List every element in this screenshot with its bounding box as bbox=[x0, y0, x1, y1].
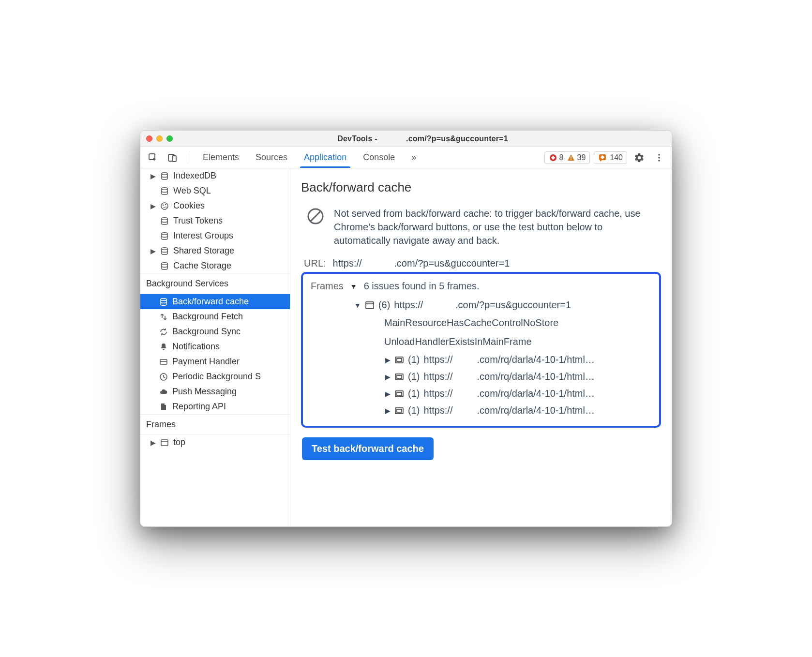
svg-rect-38 bbox=[397, 392, 402, 395]
chevron-right-icon: ▶ bbox=[385, 390, 391, 398]
database-icon bbox=[160, 231, 169, 241]
frame-count: (6) bbox=[378, 299, 390, 311]
database-icon bbox=[160, 261, 169, 271]
chevron-right-icon: ▶ bbox=[150, 202, 156, 210]
sidebar-item-shared-storage[interactable]: ▶ Shared Storage bbox=[140, 243, 290, 258]
gear-icon[interactable] bbox=[631, 150, 647, 165]
inspect-icon[interactable] bbox=[145, 151, 161, 164]
svg-line-30 bbox=[311, 211, 320, 221]
sidebar-item-label: Trust Tokens bbox=[173, 216, 223, 226]
tabs-overflow[interactable]: » bbox=[405, 148, 423, 167]
issues-pill[interactable]: 140 bbox=[594, 151, 627, 164]
device-toggle-icon[interactable] bbox=[165, 151, 180, 164]
close-button[interactable] bbox=[146, 135, 152, 142]
frames-summary: 6 issues found in 5 frames. bbox=[364, 281, 480, 292]
iframe-icon bbox=[394, 389, 404, 399]
sidebar-item-trust-tokens[interactable]: Trust Tokens bbox=[140, 213, 290, 228]
errors-warnings-pill[interactable]: 8 39 bbox=[544, 151, 590, 164]
url-value: https:// .com/?p=us&guccounter=1 bbox=[333, 258, 510, 269]
sidebar-item-notifications[interactable]: Notifications bbox=[140, 339, 290, 354]
sidebar-item-reporting-api[interactable]: Reporting API bbox=[140, 399, 290, 414]
sidebar-item-label: Reporting API bbox=[172, 402, 226, 412]
frame-count: (1) bbox=[408, 405, 420, 416]
frames-label: Frames bbox=[311, 281, 344, 292]
panel-tabs: Elements Sources Application Console » bbox=[196, 148, 423, 167]
svg-rect-40 bbox=[397, 409, 402, 412]
iframe-icon bbox=[394, 355, 404, 365]
frame-count: (1) bbox=[408, 354, 420, 365]
frame-node-sub[interactable]: ▶ (1) https:// .com/rq/darla/4-10-1/html… bbox=[354, 368, 651, 385]
frames-highlight-box: Frames ▼ 6 issues found in 5 frames. ▼ (… bbox=[301, 272, 661, 428]
sidebar-item-background-fetch[interactable]: Background Fetch bbox=[140, 309, 290, 324]
sidebar-item-payment-handler[interactable]: Payment Handler bbox=[140, 354, 290, 369]
svg-point-23 bbox=[161, 298, 166, 300]
sidebar-item-websql[interactable]: Web SQL bbox=[140, 183, 290, 198]
frame-url: https:// .com/rq/darla/4-10-1/html… bbox=[423, 354, 594, 365]
sidebar-item-periodic-bg-sync[interactable]: Periodic Background S bbox=[140, 369, 290, 384]
sidebar-item-label: Interest Groups bbox=[173, 231, 233, 241]
sidebar-item-label: Web SQL bbox=[173, 186, 211, 196]
sidebar-item-label: IndexedDB bbox=[173, 171, 216, 181]
svg-rect-27 bbox=[161, 440, 168, 446]
maximize-button[interactable] bbox=[166, 135, 173, 142]
frame-count: (1) bbox=[408, 371, 420, 382]
svg-point-19 bbox=[162, 217, 167, 220]
frame-icon bbox=[160, 438, 169, 448]
bfcache-reason: UnloadHandlerExistsInMainFrame bbox=[354, 332, 651, 351]
chevron-right-icon: ▶ bbox=[385, 407, 391, 415]
sidebar-item-cookies[interactable]: ▶ Cookies bbox=[140, 198, 290, 213]
database-icon bbox=[160, 186, 169, 196]
chevron-down-icon: ▼ bbox=[354, 301, 361, 309]
frame-count: (1) bbox=[408, 388, 420, 399]
toolbar-separator bbox=[188, 152, 188, 163]
svg-point-18 bbox=[165, 206, 166, 207]
tab-console[interactable]: Console bbox=[356, 148, 402, 167]
window-title: DevTools - xxxxxx.com/?p=us&guccounter=1 bbox=[180, 134, 666, 143]
svg-point-21 bbox=[162, 247, 167, 250]
frame-url: https:// .com/rq/darla/4-10-1/html… bbox=[423, 405, 594, 416]
devtools-window: DevTools - xxxxxx.com/?p=us&guccounter=1… bbox=[140, 130, 672, 527]
sidebar-item-back-forward-cache[interactable]: Back/forward cache bbox=[140, 294, 290, 309]
sidebar-section-frames: Frames bbox=[140, 414, 290, 435]
tab-sources[interactable]: Sources bbox=[249, 148, 294, 167]
fetch-icon bbox=[159, 312, 168, 322]
sidebar-item-frame-top[interactable]: ▶ top bbox=[140, 435, 290, 450]
frame-node-sub[interactable]: ▶ (1) https:// .com/rq/darla/4-10-1/html… bbox=[354, 385, 651, 402]
svg-rect-24 bbox=[160, 359, 167, 364]
svg-rect-36 bbox=[397, 375, 402, 378]
issues-icon bbox=[598, 153, 607, 162]
svg-point-17 bbox=[164, 207, 165, 208]
test-bfcache-button[interactable]: Test back/forward cache bbox=[302, 437, 434, 460]
svg-rect-5 bbox=[571, 156, 571, 159]
info-banner: Not served from back/forward cache: to t… bbox=[301, 207, 661, 247]
database-icon bbox=[160, 171, 169, 181]
svg-point-16 bbox=[165, 204, 166, 205]
frame-url: https:// .com/rq/darla/4-10-1/html… bbox=[423, 388, 594, 399]
page-title: Back/forward cache bbox=[301, 180, 661, 195]
sidebar-item-interest-groups[interactable]: Interest Groups bbox=[140, 228, 290, 243]
card-icon bbox=[159, 357, 168, 367]
traffic-lights bbox=[146, 135, 173, 142]
iframe-icon bbox=[394, 406, 404, 416]
frame-node-main[interactable]: ▼ (6) https:// .com/?p=us&guccounter=1 bbox=[354, 297, 651, 314]
sidebar-item-label: Back/forward cache bbox=[172, 297, 249, 307]
kebab-menu-icon[interactable] bbox=[651, 151, 667, 164]
frame-tree: ▼ (6) https:// .com/?p=us&guccounter=1 M… bbox=[311, 297, 651, 419]
sidebar-item-background-sync[interactable]: Background Sync bbox=[140, 324, 290, 339]
frames-header[interactable]: Frames ▼ 6 issues found in 5 frames. bbox=[311, 281, 651, 292]
database-icon bbox=[159, 297, 168, 307]
document-icon bbox=[159, 402, 168, 412]
minimize-button[interactable] bbox=[156, 135, 163, 142]
frame-node-sub[interactable]: ▶ (1) https:// .com/rq/darla/4-10-1/html… bbox=[354, 402, 651, 419]
sidebar-item-push-messaging[interactable]: Push Messaging bbox=[140, 384, 290, 399]
tab-elements[interactable]: Elements bbox=[196, 148, 246, 167]
iframe-icon bbox=[394, 372, 404, 382]
tab-application[interactable]: Application bbox=[297, 148, 353, 167]
svg-point-15 bbox=[163, 204, 164, 205]
frame-node-sub[interactable]: ▶ (1) https:// .com/rq/darla/4-10-1/html… bbox=[354, 351, 651, 368]
sidebar-item-indexeddb[interactable]: ▶ IndexedDB bbox=[140, 168, 290, 183]
svg-rect-31 bbox=[366, 302, 374, 309]
warning-icon bbox=[567, 153, 575, 162]
chevron-right-icon: ▶ bbox=[385, 373, 391, 381]
sidebar-item-cache-storage[interactable]: Cache Storage bbox=[140, 258, 290, 273]
